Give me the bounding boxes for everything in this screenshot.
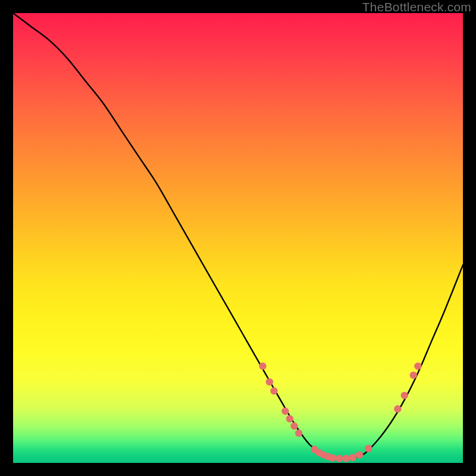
data-marker: [414, 362, 421, 369]
data-marker: [295, 430, 302, 437]
data-marker: [281, 408, 289, 415]
chart-container: TheBottleneck.com: [0, 0, 476, 476]
chart-svg: [13, 13, 463, 463]
data-marker: [401, 392, 408, 399]
data-marker: [356, 451, 363, 458]
plot-area: [13, 13, 463, 463]
data-marker: [266, 378, 273, 386]
data-marker: [410, 371, 417, 378]
data-marker: [365, 445, 372, 452]
data-marker: [290, 422, 298, 430]
data-marker: [336, 455, 343, 462]
data-markers: [259, 362, 421, 462]
data-marker: [342, 455, 349, 462]
data-marker: [259, 362, 266, 369]
data-marker: [349, 454, 356, 461]
data-marker: [394, 405, 401, 412]
data-marker: [270, 387, 277, 394]
data-marker: [329, 454, 336, 461]
data-marker: [286, 415, 293, 422]
watermark-text: TheBottleneck.com: [362, 0, 471, 14]
bottleneck-curve: [13, 13, 463, 459]
